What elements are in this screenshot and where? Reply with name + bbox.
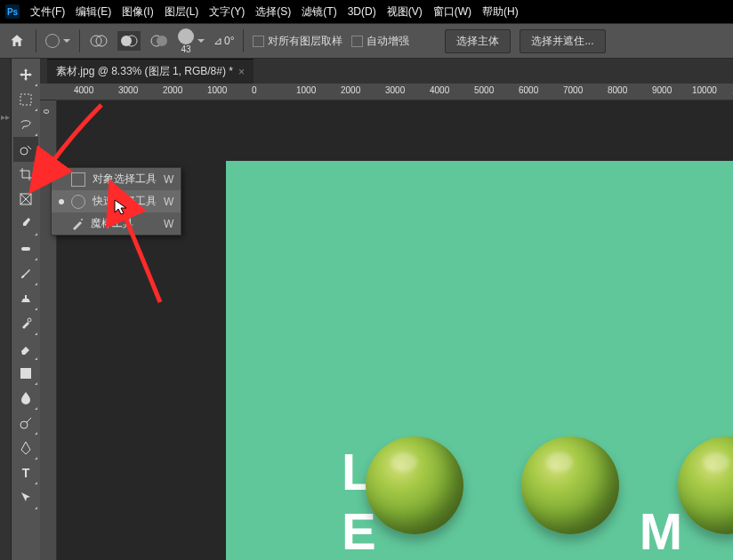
- menu-image[interactable]: 图像(I): [122, 4, 153, 20]
- menu-type[interactable]: 文字(Y): [209, 4, 245, 20]
- menu-select[interactable]: 选择(S): [255, 4, 291, 20]
- brush-preview-icon: [178, 28, 194, 44]
- app-logo: Ps: [5, 4, 20, 19]
- path-selection-tool[interactable]: [13, 485, 38, 510]
- document-tabs: 素材.jpg @ 8.33% (图层 1, RGB/8#) * ×: [40, 59, 733, 84]
- add-to-selection[interactable]: [89, 33, 109, 49]
- tab-title: 素材.jpg @ 8.33% (图层 1, RGB/8#) *: [56, 64, 233, 79]
- flyout-shortcut: W: [164, 173, 173, 186]
- object-selection-icon: [71, 172, 85, 187]
- dodge-tool[interactable]: [13, 411, 38, 436]
- brush-tool[interactable]: [13, 261, 38, 286]
- svg-point-7: [20, 148, 28, 155]
- sample-all-label: 对所有图层取样: [268, 34, 342, 49]
- select-and-mask-button[interactable]: 选择并遮住...: [520, 29, 605, 53]
- move-tool[interactable]: [13, 62, 38, 87]
- close-icon[interactable]: ×: [238, 66, 245, 78]
- document-area: 素材.jpg @ 8.33% (图层 1, RGB/8#) * × 4000 3…: [40, 59, 733, 560]
- expand-icon[interactable]: ▸▸: [0, 112, 11, 122]
- selected-dot-icon: [59, 199, 64, 204]
- lime-image: [521, 436, 619, 534]
- healing-brush-tool[interactable]: [13, 236, 38, 261]
- type-tool[interactable]: T: [13, 460, 38, 485]
- separator: [79, 29, 80, 52]
- angle-control[interactable]: ⊿ 0°: [213, 35, 234, 47]
- blur-tool[interactable]: [13, 386, 38, 411]
- quick-selection-tool[interactable]: [13, 137, 38, 162]
- menu-filter[interactable]: 滤镜(T): [302, 4, 336, 20]
- menu-file[interactable]: 文件(F): [30, 4, 65, 20]
- flyout-item-object-selection[interactable]: 对象选择工具 W: [52, 168, 181, 190]
- gradient-tool[interactable]: [13, 361, 38, 386]
- lasso-tool[interactable]: [13, 112, 38, 137]
- auto-enhance-checkbox[interactable]: 自动增强: [351, 34, 409, 49]
- select-subject-button[interactable]: 选择主体: [445, 29, 511, 53]
- eraser-tool[interactable]: [13, 336, 38, 361]
- separator: [243, 29, 244, 52]
- angle-icon: ⊿: [213, 35, 222, 47]
- pen-tool[interactable]: [13, 436, 38, 460]
- menu-edit[interactable]: 编辑(E): [76, 4, 111, 20]
- flyout-label: 魔棒工具: [91, 216, 133, 231]
- separator: [36, 29, 36, 52]
- subtract-from-selection[interactable]: [117, 31, 141, 51]
- tools-panel: T: [12, 59, 40, 560]
- brush-picker[interactable]: 43: [178, 28, 205, 54]
- intersect-selection[interactable]: [149, 33, 169, 49]
- frame-tool[interactable]: [13, 187, 38, 212]
- tool-preset-picker[interactable]: [45, 34, 70, 48]
- ruler-horizontal[interactable]: 4000 3000 2000 1000 0 1000 2000 3000 400…: [56, 84, 733, 100]
- flyout-label: 对象选择工具: [93, 172, 157, 187]
- clone-stamp-tool[interactable]: [13, 286, 38, 311]
- sample-all-layers-checkbox[interactable]: 对所有图层取样: [253, 34, 342, 49]
- checkbox-icon: [351, 36, 363, 47]
- menu-bar: Ps 文件(F) 编辑(E) 图像(I) 图层(L) 文字(Y) 选择(S) 滤…: [0, 0, 733, 23]
- svg-point-14: [20, 421, 28, 428]
- menu-layer[interactable]: 图层(L): [165, 4, 199, 20]
- chevron-down-icon: [197, 39, 205, 43]
- menu-window[interactable]: 窗口(W): [433, 4, 471, 20]
- flyout-shortcut: W: [164, 196, 173, 208]
- brush-size-label: 43: [181, 44, 190, 54]
- home-button[interactable]: [7, 31, 27, 51]
- angle-value: 0°: [224, 35, 234, 47]
- artboard: L E M: [226, 161, 733, 560]
- options-bar: 43 ⊿ 0° 对所有图层取样 自动增强 选择主体 选择并遮住...: [0, 23, 733, 59]
- svg-rect-11: [21, 247, 30, 251]
- menu-help[interactable]: 帮助(H): [482, 4, 519, 20]
- svg-rect-13: [20, 368, 31, 379]
- history-brush-tool[interactable]: [13, 311, 38, 336]
- ruler-origin[interactable]: [40, 84, 56, 100]
- lime-image: [366, 436, 463, 534]
- flyout-shortcut: W: [164, 218, 173, 230]
- mouse-cursor-icon: [114, 199, 128, 217]
- svg-line-15: [27, 418, 31, 422]
- svg-rect-6: [20, 94, 31, 105]
- magic-wand-icon: [71, 218, 84, 230]
- marquee-tool[interactable]: [13, 87, 38, 112]
- document-tab[interactable]: 素材.jpg @ 8.33% (图层 1, RGB/8#) * ×: [47, 59, 254, 84]
- menu-view[interactable]: 视图(V): [387, 4, 423, 20]
- chevron-down-icon: [63, 39, 70, 43]
- panel-dock-edge: ▸▸: [0, 59, 12, 560]
- svg-point-16: [81, 219, 83, 220]
- auto-enhance-label: 自动增强: [366, 34, 409, 49]
- svg-point-12: [28, 318, 31, 322]
- quick-selection-icon: [71, 195, 85, 209]
- menu-3d[interactable]: 3D(D): [348, 5, 376, 18]
- eyedropper-tool[interactable]: [13, 212, 38, 236]
- crop-tool[interactable]: [13, 162, 38, 187]
- brush-icon: [45, 34, 60, 48]
- svg-point-5: [157, 36, 167, 46]
- checkbox-icon: [253, 36, 264, 47]
